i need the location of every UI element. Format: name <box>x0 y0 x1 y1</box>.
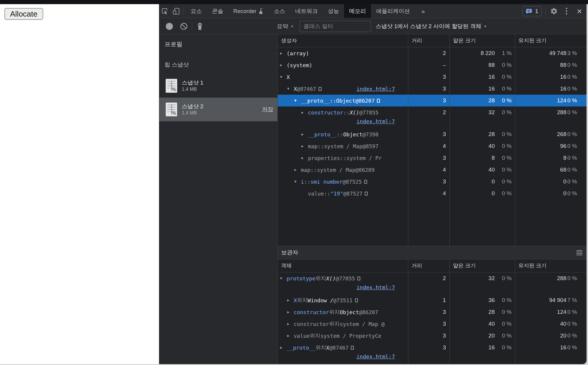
table-row[interactable]: ▼X @87467index.html:73160 %160 % <box>278 83 587 95</box>
source-link[interactable]: index.html:7 <box>356 353 395 360</box>
retained-size-value: 49 748 <box>515 47 566 59</box>
column-header[interactable]: 생성자 <box>278 34 408 47</box>
expand-arrow-icon[interactable]: ▶ <box>287 298 294 302</box>
expand-arrow-icon[interactable]: ▶ <box>294 168 301 172</box>
table-row[interactable]: ▶map :: system / Map @85974400 %960 % <box>278 140 587 152</box>
collapse-arrow-icon[interactable]: ▼ <box>280 75 287 79</box>
table-row[interactable]: ▶(array)28 2201 %49 7483 % <box>278 47 587 59</box>
table-row[interactable]: ▶constructor :: X() @77855index.html:723… <box>278 106 587 128</box>
table-row[interactable]: ▶(system)–880 %880 % <box>278 59 587 71</box>
device-toolbar-icon[interactable] <box>171 4 182 18</box>
retained-size-cell: 00 % <box>515 188 587 199</box>
node-text: :: <box>330 98 336 104</box>
column-header[interactable]: 객체 <box>278 259 408 272</box>
expand-arrow-icon[interactable]: ▶ <box>301 132 308 136</box>
column-header[interactable]: 얕은 크기 <box>449 259 515 272</box>
issues-button[interactable]: 1 <box>522 6 542 16</box>
collapse-arrow-icon[interactable]: ▼ <box>294 180 301 184</box>
grid-filler <box>278 199 587 246</box>
column-header[interactable]: 거리 <box>408 34 449 47</box>
inspect-element-icon[interactable] <box>159 4 171 18</box>
tab-elements[interactable]: 요소 <box>186 4 207 18</box>
snapshot-item[interactable]: %스냅샷 11.4 MB <box>159 74 277 98</box>
node-text: @87527 <box>343 190 362 197</box>
record-icon[interactable] <box>166 23 173 30</box>
expand-arrow-icon[interactable]: ▶ <box>301 156 308 160</box>
table-row[interactable]: ▼__proto__ :: Object @862073280 %1240 % <box>278 95 587 106</box>
perspective-select[interactable]: 요약▼ <box>277 22 294 30</box>
shallow-size-cell: 360 % <box>449 294 515 306</box>
expand-arrow-icon[interactable]: ▶ <box>280 63 287 67</box>
source-link[interactable]: index.html:7 <box>356 86 395 92</box>
tab-recorder[interactable]: Recorder <box>228 4 269 18</box>
shallow-size-percent: 0 % <box>495 83 515 95</box>
more-options-icon[interactable] <box>560 4 572 18</box>
shallow-size-percent: 0 % <box>495 95 515 106</box>
tab-list: 요소콘솔Recorder소스네트워크성능메모리애플리케이션 <box>186 4 415 18</box>
shallow-size-percent: 0 % <box>495 272 515 294</box>
expand-arrow-icon[interactable]: ▶ <box>280 51 287 55</box>
clear-icon[interactable] <box>180 22 188 30</box>
tab-sources[interactable]: 소스 <box>269 4 290 18</box>
retainers-menu-icon[interactable] <box>576 250 582 255</box>
tab-application[interactable]: 애플리케이션 <box>371 4 415 18</box>
retained-size-percent: 7 % <box>566 294 587 306</box>
node-text: (array) <box>287 50 309 56</box>
collapse-arrow-icon[interactable]: ▼ <box>287 87 294 91</box>
table-row[interactable]: ▶properties :: system / Pr380 %80 % <box>278 152 587 164</box>
class-filter-input[interactable] <box>300 21 371 32</box>
table-row[interactable]: ▶value 위치 system / PropertyCe3200 %200 % <box>278 330 587 342</box>
column-header[interactable]: 유지된 크기 <box>515 34 587 47</box>
table-row[interactable]: value :: "19" @87527400 %00 % <box>278 188 587 199</box>
source-link[interactable]: index.html:7 <box>356 284 395 290</box>
expand-arrow-icon[interactable]: ▶ <box>280 345 287 350</box>
table-row[interactable]: ▶constructor 위치 system / Map @3400 %400 … <box>278 318 587 330</box>
expand-arrow-icon[interactable]: ▶ <box>301 144 308 148</box>
table-row[interactable]: ▼X3160 %160 % <box>278 71 587 83</box>
table-row[interactable]: ▶X 위치 Window / @735111360 %94 9047 % <box>278 294 587 306</box>
column-header[interactable]: 유지된 크기 <box>515 259 587 272</box>
shallow-size-value: 88 <box>450 59 495 71</box>
retained-size-percent: 0 % <box>566 83 587 95</box>
expand-arrow-icon[interactable]: ▶ <box>287 334 294 338</box>
snapshot-item[interactable]: %스냅샷 21.4 MB저장 <box>159 98 277 121</box>
table-row[interactable]: ▼prototype 위치 X() @77855index.html:72320… <box>278 272 587 294</box>
snapshot-file-icon: % <box>166 79 177 93</box>
delete-trash-icon[interactable] <box>196 22 203 30</box>
expand-arrow-icon[interactable]: ▶ <box>287 322 294 326</box>
table-row[interactable]: ▶__proto__ 위치 X @87467index.html:73160 %… <box>278 342 587 364</box>
column-header[interactable]: 얕은 크기 <box>449 34 515 47</box>
source-link[interactable]: index.html:7 <box>356 118 395 125</box>
tab-console[interactable]: 콘솔 <box>207 4 228 18</box>
tab-performance[interactable]: 성능 <box>323 4 344 18</box>
snapshot-range-select[interactable]: 스냅샷 1에서 스냅샷 2 사이에 할당된 객체▼ <box>376 22 487 30</box>
table-row[interactable]: ▶__proto__ :: Object @73983280 %2680 % <box>278 128 587 140</box>
retainers-header-bar: 보관자 <box>278 246 587 259</box>
shallow-size-cell: 00 % <box>449 188 515 199</box>
save-snapshot-link[interactable]: 저장 <box>262 106 273 113</box>
expand-arrow-icon[interactable]: ▶ <box>301 110 308 114</box>
allocate-button[interactable]: Allocate <box>4 8 43 20</box>
table-row[interactable]: ▼i :: smi number @87525300 %00 % <box>278 176 587 188</box>
retained-size-percent: 0 % <box>566 106 587 128</box>
table-row[interactable]: ▶map :: system / Map @862094400 %680 % <box>278 164 587 176</box>
retained-size-cell: 00 % <box>515 176 587 188</box>
tab-network[interactable]: 네트워크 <box>290 4 323 18</box>
close-devtools-icon[interactable]: × <box>572 4 587 18</box>
expand-arrow-icon[interactable]: ▶ <box>287 310 294 314</box>
more-tabs-button[interactable]: » <box>415 4 431 18</box>
column-header[interactable]: 거리 <box>408 259 449 272</box>
tab-memory[interactable]: 메모리 <box>344 4 371 18</box>
settings-gear-icon[interactable] <box>547 4 560 18</box>
collapse-arrow-icon[interactable]: ▼ <box>280 276 287 280</box>
controls-separator <box>545 7 546 15</box>
shallow-size-cell: 00 % <box>449 176 515 188</box>
profiles-title: 프로필 <box>159 34 277 54</box>
object-box-icon <box>365 192 368 196</box>
table-row[interactable]: ▶constructor 위치 Object @862073280 %1240 … <box>278 306 587 318</box>
node-text: prototype <box>287 275 316 282</box>
tab-label: 소스 <box>274 7 285 15</box>
node-text: @86207 <box>359 309 378 315</box>
distance-value: 2 <box>408 106 449 128</box>
collapse-arrow-icon[interactable]: ▼ <box>294 98 301 103</box>
